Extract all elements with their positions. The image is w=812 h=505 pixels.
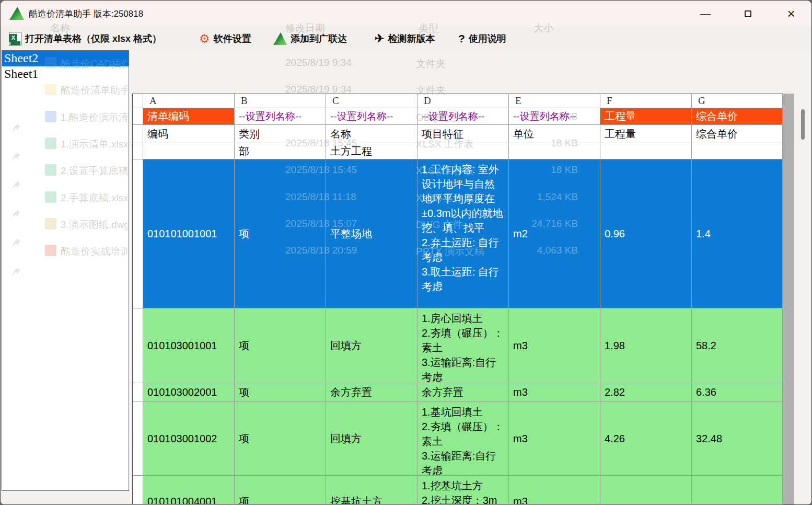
cell-name[interactable]: 回填方 xyxy=(326,402,417,476)
close-button[interactable]: × xyxy=(779,6,803,21)
cell-features[interactable]: 1.房心回填土 2.夯填（碾压）：素土 3.运输距离:自行考虑 xyxy=(417,308,509,383)
gear-icon: ⚙ xyxy=(199,32,210,46)
table-cell[interactable] xyxy=(509,143,600,159)
header-cell-set-column[interactable]: --设置列名称-- xyxy=(326,108,417,125)
table-cell[interactable]: 部 xyxy=(235,143,326,159)
header-cell[interactable]: 类别 xyxy=(235,125,326,143)
question-icon: ? xyxy=(458,32,465,45)
column-letter[interactable]: E xyxy=(509,94,600,108)
cell-unit-price[interactable]: 58.2 xyxy=(692,308,783,383)
cell-unit-price[interactable]: 32.48 xyxy=(692,402,783,476)
header-row-mapping: 清单编码 --设置列名称-- --设置列名称-- --设置列名称-- --设置列… xyxy=(133,108,783,125)
cell-category[interactable]: 项 xyxy=(235,159,326,308)
open-sheet-button[interactable]: X 打开清单表格（仅限 xlsx 格式） xyxy=(9,30,161,48)
title-bar: 酷造价清单助手 版本:250818 — × xyxy=(1,1,812,27)
table-row: 010103002001 项 余方弃置 余方弃置 m3 2.82 6.36 xyxy=(133,383,783,402)
spreadsheet: A B C D E F G 清单编码 --设置列名称-- --设置列名称-- -… xyxy=(132,94,783,504)
cell-unit-price[interactable]: 1.4 xyxy=(692,159,783,308)
cell-name[interactable]: 平整场地 xyxy=(326,159,417,308)
header-cell-list-code[interactable]: 清单编码 xyxy=(143,108,235,125)
header-cell[interactable]: 单位 xyxy=(509,125,600,143)
open-sheet-label: 打开清单表格（仅限 xlsx 格式） xyxy=(25,32,161,45)
table-cell[interactable] xyxy=(600,143,692,159)
header-cell-quantity[interactable]: 工程量 xyxy=(600,108,692,125)
column-letter[interactable]: B xyxy=(235,94,326,108)
cell-code[interactable]: 010103001002 xyxy=(143,402,235,476)
cell-name[interactable]: 回填方 xyxy=(326,308,417,383)
cell-category[interactable]: 项 xyxy=(235,476,326,504)
cell-features[interactable]: 余方弃置 xyxy=(417,383,509,402)
check-version-button[interactable]: ✈ 检测新版本 xyxy=(375,30,435,48)
table-cell[interactable]: 土方工程 xyxy=(326,143,417,159)
add-to-glodon-button[interactable]: 添加到广联达 xyxy=(273,30,347,48)
cell-quantity[interactable]: 4.26 xyxy=(600,402,692,476)
row-header[interactable] xyxy=(133,108,143,125)
maximize-button[interactable] xyxy=(736,6,760,21)
cell-unit-price[interactable]: 6.36 xyxy=(692,383,783,402)
cell-unit[interactable]: m3 xyxy=(509,402,600,476)
column-letter[interactable]: G xyxy=(692,94,783,108)
header-cell[interactable]: 工程量 xyxy=(600,125,692,143)
window-title: 酷造价清单助手 版本:250818 xyxy=(29,8,143,20)
help-button[interactable]: ? 使用说明 xyxy=(458,30,506,48)
cell-category[interactable]: 项 xyxy=(235,402,326,476)
sheet-item-sheet2[interactable]: Sheet2 xyxy=(2,51,129,66)
cell-code[interactable]: 010101004001 xyxy=(143,476,235,504)
cell-name[interactable]: 余方弃置 xyxy=(326,383,417,402)
minimize-button[interactable]: — xyxy=(693,6,717,21)
toolbar: X 打开清单表格（仅限 xlsx 格式） ⚙ 软件设置 添加到广联达 ✈ 检测新… xyxy=(1,27,812,50)
column-letters-row: A B C D E F G xyxy=(133,94,783,108)
settings-label: 软件设置 xyxy=(214,32,251,45)
row-header[interactable] xyxy=(133,125,143,143)
cell-features[interactable]: 1.基坑回填土 2.夯填（碾压）：素土 3.运输距离:自行考虑 xyxy=(417,402,509,476)
header-cell[interactable]: 综合单价 xyxy=(692,125,783,143)
window-scrollbar-thumb[interactable] xyxy=(801,109,805,140)
table-cell[interactable] xyxy=(143,143,235,159)
row-header[interactable] xyxy=(133,402,143,476)
row-header[interactable] xyxy=(133,308,143,383)
row-header[interactable] xyxy=(133,159,143,308)
cell-code[interactable]: 010103002001 xyxy=(143,383,235,402)
header-cell[interactable]: 编码 xyxy=(143,125,235,143)
cell-code[interactable]: 010101001001 xyxy=(143,159,235,308)
table-scrollbar-track[interactable] xyxy=(783,94,794,505)
airplane-icon: ✈ xyxy=(375,32,384,45)
header-cell[interactable]: 名称 xyxy=(326,125,417,143)
header-cell-set-column[interactable]: --设置列名称-- xyxy=(509,108,600,125)
header-cell-set-column[interactable]: --设置列名称-- xyxy=(235,108,326,125)
column-letter[interactable]: F xyxy=(600,94,692,108)
cell-unit[interactable]: m2 xyxy=(509,159,600,308)
header-cell-unit-price[interactable]: 综合单价 xyxy=(692,108,783,125)
cell-unit-price[interactable] xyxy=(692,476,783,504)
row-header[interactable] xyxy=(133,383,143,402)
header-row-fields: 编码 类别 名称 项目特征 单位 工程量 综合单价 xyxy=(133,125,783,143)
row-header[interactable] xyxy=(133,143,143,159)
column-letter[interactable]: A xyxy=(143,94,235,108)
cell-features[interactable]: 1.工作内容: 室外设计地坪与自然地坪平均厚度在±0.3m以内的就地挖、填、找平… xyxy=(417,159,509,308)
cell-quantity[interactable]: 1.98 xyxy=(600,308,692,383)
table-cell[interactable] xyxy=(692,143,783,159)
cell-unit[interactable]: m3 xyxy=(509,308,600,383)
cell-name[interactable]: 挖基坑土方 xyxy=(326,476,417,504)
cell-quantity[interactable]: 0.96 xyxy=(600,159,692,308)
cell-features[interactable]: 1.挖基坑土方 2.挖土深度：3m xyxy=(417,476,509,504)
cell-unit[interactable]: m3 xyxy=(509,476,600,504)
table-row: 010103001002 项 回填方 1.基坑回填土 2.夯填（碾压）：素土 3… xyxy=(133,402,783,476)
cell-quantity[interactable]: 2.82 xyxy=(600,383,692,402)
cell-quantity[interactable] xyxy=(600,476,692,504)
cell-category[interactable]: 项 xyxy=(235,383,326,402)
column-letter[interactable]: D xyxy=(417,94,509,108)
sheet-item-sheet1[interactable]: Sheet1 xyxy=(2,66,129,82)
table-row: 010101001001 项 平整场地 1.工作内容: 室外设计地坪与自然地坪平… xyxy=(133,159,783,308)
header-cell[interactable]: 项目特征 xyxy=(417,125,509,143)
header-cell-set-column[interactable]: --设置列名称-- xyxy=(417,108,509,125)
cell-code[interactable]: 010103001001 xyxy=(143,308,235,383)
corner-cell[interactable] xyxy=(133,94,143,108)
cell-unit[interactable]: m3 xyxy=(509,383,600,402)
column-letter[interactable]: C xyxy=(326,94,417,108)
software-settings-button[interactable]: ⚙ 软件设置 xyxy=(199,30,251,48)
cell-category[interactable]: 项 xyxy=(235,308,326,383)
table-cell[interactable] xyxy=(417,143,509,159)
help-label: 使用说明 xyxy=(469,32,506,45)
row-header[interactable] xyxy=(133,476,143,504)
